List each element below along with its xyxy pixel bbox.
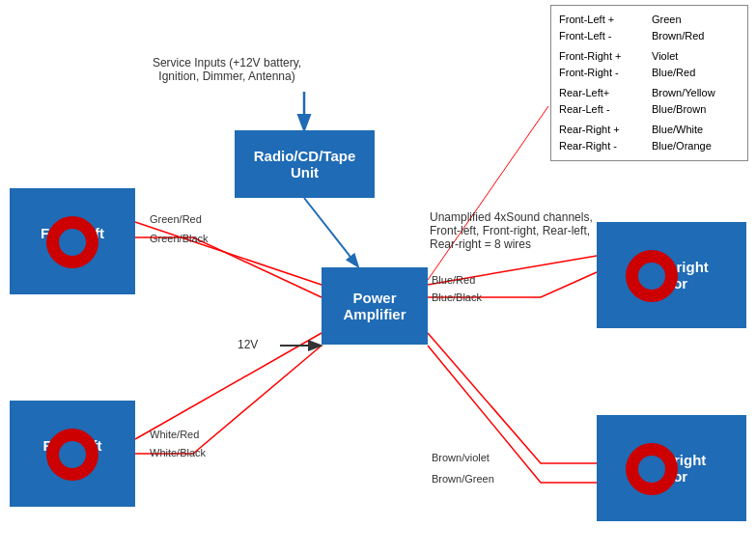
white-red-label: White/Red — [150, 429, 199, 440]
radio-box: Radio/CD/Tape Unit — [235, 130, 375, 198]
unamplified-label: Unamplified 4xSound channels, Front-left… — [430, 210, 599, 251]
legend-rl-plus: Rear-Left+ — [559, 85, 636, 101]
legend-fl-plus: Front-Left + — [559, 12, 636, 28]
radio-label: Radio/CD/Tape Unit — [254, 148, 356, 180]
legend-fl-minus-color: Brown/Red — [652, 28, 729, 44]
legend-rr-plus-color: Blue/White — [652, 122, 729, 138]
svg-line-3 — [428, 106, 548, 280]
legend-row-3: Rear-Left+ Rear-Left - Brown/Yellow Blue… — [559, 85, 740, 118]
legend-fr-plus: Front-Right + — [559, 48, 636, 65]
svg-line-1 — [304, 198, 357, 265]
legend-rl-plus-color: Brown/Yellow — [652, 85, 729, 101]
speaker-rear-right — [626, 443, 678, 495]
blue-red-label: Blue/Red — [432, 274, 475, 286]
legend-row-2: Front-Right + Front-Right - Violet Blue/… — [559, 48, 740, 81]
green-black-label: Green/Black — [150, 233, 209, 244]
legend-rr-plus: Rear-Right + — [559, 122, 636, 138]
v12-label: 12V — [238, 338, 258, 351]
legend-fl-minus: Front-Left - — [559, 28, 636, 44]
service-inputs-label: Service Inputs (+12V battery, Ignition, … — [150, 56, 304, 83]
green-red-label: Green/Red — [150, 213, 202, 225]
diagram: Radio/CD/Tape Unit Power Amplifier Front… — [0, 0, 756, 555]
brown-violet-label: Brown/violet — [432, 452, 490, 463]
amplifier-box: Power Amplifier — [322, 267, 428, 345]
legend-fr-minus-color: Blue/Red — [652, 65, 729, 81]
amplifier-label: Power Amplifier — [343, 290, 406, 322]
legend-box: Front-Left + Front-Left - Green Brown/Re… — [550, 5, 748, 161]
legend-fr-minus: Front-Right - — [559, 65, 636, 81]
legend-rl-minus-color: Blue/Brown — [652, 101, 729, 118]
legend-rr-minus: Rear-Right - — [559, 138, 636, 154]
white-black-label: White/Black — [150, 447, 206, 458]
speaker-front-right — [626, 250, 678, 302]
legend-row-1: Front-Left + Front-Left - Green Brown/Re… — [559, 12, 740, 44]
legend-row-4: Rear-Right + Rear-Right - Blue/White Blu… — [559, 122, 740, 154]
brown-green-label: Brown/Green — [432, 473, 494, 485]
speaker-rear-left — [46, 429, 98, 481]
legend-rr-minus-color: Blue/Orange — [652, 138, 729, 154]
legend-fr-plus-color: Violet — [652, 48, 729, 65]
legend-rl-minus: Rear-Left - — [559, 101, 636, 118]
speaker-front-left — [46, 216, 98, 268]
blue-black-label: Blue/Black — [432, 291, 482, 303]
legend-fl-plus-color: Green — [652, 12, 729, 28]
